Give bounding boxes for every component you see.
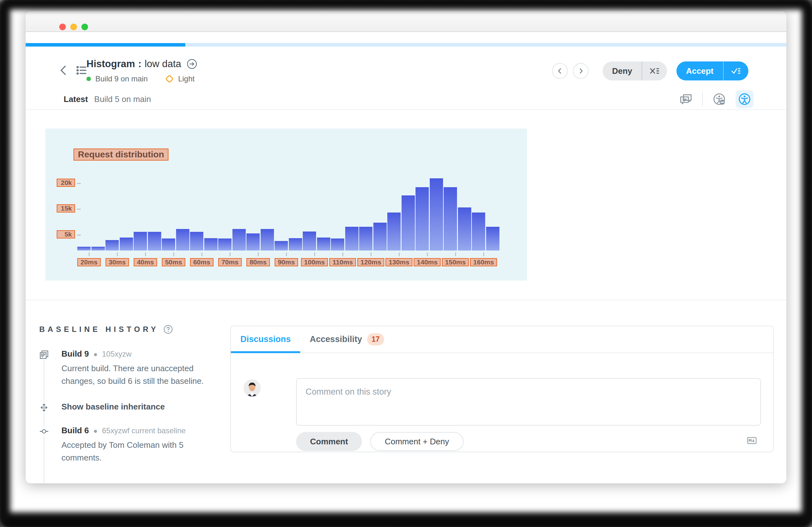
accept-button[interactable]: Accept xyxy=(677,61,724,80)
histogram-bar xyxy=(345,227,359,250)
histogram-bar xyxy=(458,207,471,250)
stories-list-icon[interactable] xyxy=(75,64,88,77)
comment-input[interactable] xyxy=(296,378,761,426)
toolbar-divider xyxy=(702,92,703,106)
discussions-panel: Discussions Accessibility 17 xyxy=(230,325,774,452)
build-9-sha: 105xyzw xyxy=(102,350,131,358)
x-axis-tick xyxy=(342,252,343,256)
histogram-bar xyxy=(91,247,105,250)
app-window: Histogram : low data Build 9 on main xyxy=(25,11,787,484)
chart-title: Request distribution xyxy=(73,148,169,161)
histogram-bar xyxy=(232,229,246,250)
x-axis-tick xyxy=(230,252,231,256)
x-axis-tick xyxy=(371,252,372,256)
x-axis-label: 90ms xyxy=(275,258,298,266)
histogram-bar xyxy=(176,229,189,250)
y-axis-label: 20k xyxy=(57,179,75,187)
histogram-chart: Request distribution 20ms30ms40ms50ms60m… xyxy=(45,129,527,281)
build-9-name: Build 9 xyxy=(61,349,89,359)
batch-deny-icon[interactable] xyxy=(642,61,667,80)
theme-label: Light xyxy=(178,74,194,83)
x-axis-label: 120ms xyxy=(357,258,384,266)
x-axis-tick xyxy=(455,252,456,256)
histogram-bar xyxy=(430,178,443,250)
x-axis-tick xyxy=(399,252,400,256)
accessibility-count-badge: 17 xyxy=(367,333,384,346)
open-story-icon[interactable] xyxy=(186,58,198,70)
accessibility-off-icon[interactable] xyxy=(710,90,728,108)
build-progress-complete xyxy=(26,43,185,46)
page-title: Histogram : low data xyxy=(86,58,198,70)
next-change-button[interactable] xyxy=(573,63,589,79)
show-baseline-inheritance-link[interactable]: Show baseline inheritance xyxy=(61,402,165,411)
x-axis-label: 30ms xyxy=(105,258,129,266)
y-axis-label: 5k xyxy=(57,230,75,238)
comment-deny-button[interactable]: Comment + Deny xyxy=(370,432,464,451)
help-icon[interactable] xyxy=(163,324,173,334)
commit-icon xyxy=(39,426,49,436)
markdown-icon xyxy=(747,437,757,444)
histogram-bar xyxy=(387,213,401,250)
close-window-button[interactable] xyxy=(59,24,66,30)
deny-button[interactable]: Deny xyxy=(603,61,642,80)
histogram-bar xyxy=(246,233,260,250)
histogram-bar xyxy=(120,237,133,250)
x-axis-tick xyxy=(258,252,259,256)
x-axis-label: 70ms xyxy=(218,258,242,266)
screenshot-stage: Histogram : low data Build 9 on main xyxy=(0,0,812,527)
x-axis-tick xyxy=(117,252,118,256)
discussions-icon[interactable] xyxy=(677,90,695,108)
previous-change-button[interactable] xyxy=(552,63,568,79)
build-6-description: Accepted by Tom Coleman with 5 comments. xyxy=(61,439,210,464)
comment-button[interactable]: Comment xyxy=(296,432,362,451)
x-axis-label: 110ms xyxy=(329,258,356,266)
x-axis-tick xyxy=(89,252,90,256)
baseline-history-title: BASELINE HISTORY xyxy=(39,325,159,334)
histogram-bar xyxy=(190,232,203,250)
x-axis-label: 160ms xyxy=(470,258,497,266)
x-axis-label: 150ms xyxy=(442,258,469,266)
x-axis-label: 80ms xyxy=(246,258,270,266)
x-axis-label: 140ms xyxy=(414,258,440,266)
latest-build-bar: Latest Build 5 on main xyxy=(26,89,786,110)
baseline-inheritance-icon xyxy=(39,402,49,413)
histogram-bar xyxy=(275,241,288,250)
back-icon[interactable] xyxy=(59,64,68,77)
x-axis-label: 50ms xyxy=(162,258,185,266)
x-axis-label: 130ms xyxy=(386,258,412,266)
build-6-sha: 65xyzwf current baseline xyxy=(102,426,186,435)
x-axis-tick xyxy=(201,252,202,256)
x-axis-tick xyxy=(314,252,315,256)
deny-button-group: Deny xyxy=(603,61,667,80)
histogram-bar xyxy=(317,237,330,250)
accessibility-on-icon[interactable] xyxy=(736,90,753,108)
build-6-name: Build 6 xyxy=(61,426,89,436)
tab-discussions[interactable]: Discussions xyxy=(231,326,300,352)
build-status-label: Build 9 on main xyxy=(95,74,148,83)
batch-accept-icon[interactable] xyxy=(724,61,748,80)
baseline-history: BASELINE HISTORY xyxy=(39,324,217,464)
minimize-window-button[interactable] xyxy=(70,24,77,30)
histogram-bar xyxy=(472,213,485,250)
section-divider xyxy=(26,299,786,300)
histogram-bar xyxy=(416,187,429,250)
build-status-dot xyxy=(86,77,91,81)
story-component-name: Histogram xyxy=(86,58,135,70)
histogram-bar xyxy=(331,238,344,250)
histogram-bar xyxy=(148,232,161,250)
latest-label: Latest xyxy=(64,94,88,104)
histogram-bar xyxy=(134,232,147,250)
x-axis-tick xyxy=(427,252,428,256)
zoom-window-button[interactable] xyxy=(82,24,88,30)
histogram-bar xyxy=(204,238,218,250)
histogram-bar xyxy=(402,195,415,250)
tab-accessibility[interactable]: Accessibility 17 xyxy=(300,326,394,352)
histogram-bar xyxy=(303,232,316,250)
accept-button-group: Accept xyxy=(677,61,748,80)
x-axis-label: 60ms xyxy=(190,258,214,266)
latest-build-label: Build 5 on main xyxy=(95,94,151,104)
avatar xyxy=(244,379,261,396)
histogram-bar xyxy=(359,227,373,250)
histogram-bar xyxy=(289,238,302,250)
x-axis-tick xyxy=(173,252,174,256)
